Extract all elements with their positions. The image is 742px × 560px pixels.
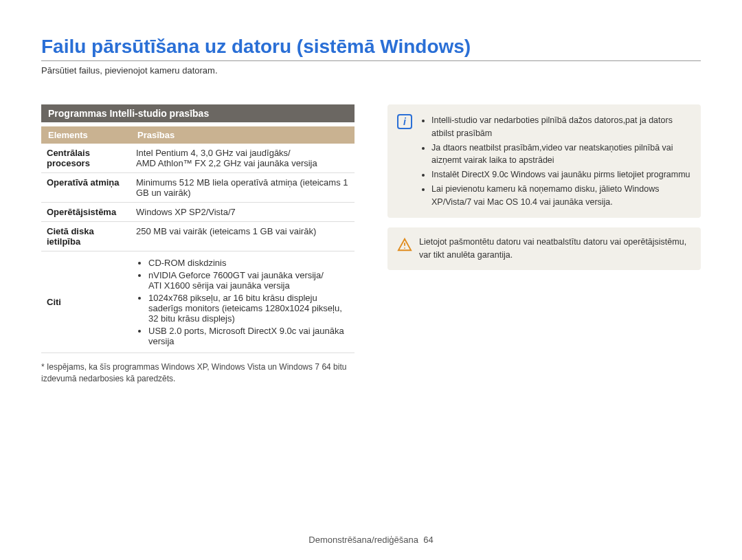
footnote: * Iespējams, ka šīs programmas Windows X… (41, 361, 355, 385)
footer-page: 64 (423, 535, 433, 545)
info-callout: i Intelli-studio var nedarboties pilnībā… (387, 104, 701, 218)
th-requirement: Prasības (131, 126, 355, 144)
row-value: Intel Pentium 4, 3,0 GHz vai jaudīgāks/ … (131, 144, 355, 173)
warning-text: Lietojot pašmontētu datoru vai neatbalst… (419, 236, 691, 262)
left-column: Programmas Intelli-studio prasības Eleme… (41, 104, 355, 385)
table-row: Citi CD-ROM diskdzinis nVIDIA Geforce 76… (41, 251, 355, 353)
list-item: nVIDIA Geforce 7600GT vai jaunāka versij… (148, 270, 349, 291)
list-item: Lai pievienotu kameru kā noņemamo disku,… (431, 183, 691, 209)
row-value: Windows XP SP2/Vista/7 (131, 203, 355, 222)
table-row: Operētājsistēma Windows XP SP2/Vista/7 (41, 203, 355, 222)
table-row: Centrālais procesors Intel Pentium 4, 3,… (41, 144, 355, 173)
row-key: Citi (41, 251, 131, 353)
section-heading: Programmas Intelli-studio prasības (41, 104, 355, 122)
requirements-table: Elements Prasības Centrālais procesors I… (41, 126, 355, 353)
warning-icon (397, 237, 412, 252)
title-rule (41, 60, 701, 61)
row-value: 250 MB vai vairāk (ieteicams 1 GB vai va… (131, 222, 355, 251)
info-icon: i (397, 114, 412, 129)
svg-point-1 (404, 247, 405, 249)
footer-section: Demonstrēšana/rediģēšana (308, 535, 418, 545)
table-row: Cietā diska ietilpība 250 MB vai vairāk … (41, 222, 355, 251)
other-list: CD-ROM diskdzinis nVIDIA Geforce 7600GT … (136, 258, 349, 346)
table-row: Operatīvā atmiņa Minimums 512 MB liela o… (41, 173, 355, 203)
right-column: i Intelli-studio var nedarboties pilnībā… (387, 104, 701, 385)
row-value: CD-ROM diskdzinis nVIDIA Geforce 7600GT … (131, 251, 355, 353)
row-key: Operētājsistēma (41, 203, 131, 222)
info-list: Intelli-studio var nedarboties pilnībā d… (419, 113, 691, 210)
row-key: Centrālais procesors (41, 144, 131, 173)
list-item: USB 2.0 ports, Microsoft DirectX 9.0c va… (148, 326, 349, 346)
list-item: Intelli-studio var nedarboties pilnībā d… (431, 114, 691, 140)
list-item: Instalēt DirectX 9.0c Windows vai jaunāk… (431, 168, 691, 181)
list-item: 1024x768 pikseļu, ar 16 bitu krāsu displ… (148, 293, 349, 324)
row-key: Cietā diska ietilpība (41, 222, 131, 251)
warning-callout: Lietojot pašmontētu datoru vai neatbalst… (387, 227, 701, 270)
row-key: Operatīvā atmiņa (41, 173, 131, 203)
page-footer: Demonstrēšana/rediģēšana 64 (0, 535, 742, 545)
list-item: Ja dtaors neatbilst prasībām,video var n… (431, 142, 691, 168)
page-subtitle: Pārsūtiet failus, pievienojot kameru dat… (41, 65, 701, 76)
list-item: CD-ROM diskdzinis (148, 258, 349, 268)
th-element: Elements (41, 126, 131, 144)
row-value: Minimums 512 MB liela operatīvā atmiņa (… (131, 173, 355, 203)
content-columns: Programmas Intelli-studio prasības Eleme… (41, 104, 701, 385)
page-title: Failu pārsūtīšana uz datoru (sistēmā Win… (41, 36, 701, 60)
